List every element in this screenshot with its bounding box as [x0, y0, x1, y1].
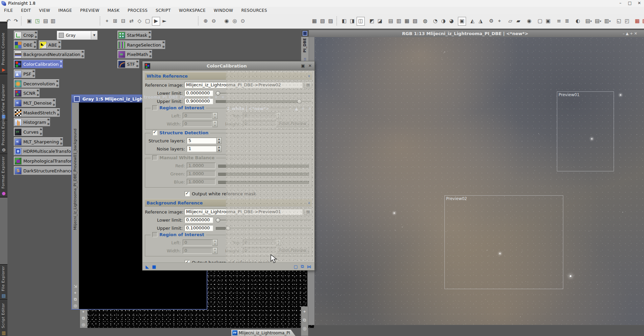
- wr-lower-limit-slider[interactable]: [216, 91, 312, 95]
- wr-from-preview-button[interactable]: From Preview: [277, 120, 309, 127]
- process-icon-maskedstretch[interactable]: MaskedStretchND: [14, 108, 60, 117]
- resize-icon[interactable]: ⇲: [74, 284, 77, 288]
- milky-way-image[interactable]: Preview01Preview02: [314, 37, 644, 325]
- stf-reset-icon[interactable]: ◪: [376, 17, 384, 25]
- screen-3-icon[interactable]: ▥▼: [604, 17, 611, 25]
- readout-data-icon[interactable]: ▦: [403, 17, 411, 25]
- menu-lines2-icon[interactable]: ≣: [563, 17, 571, 25]
- minimize-button[interactable]: –: [616, 0, 625, 7]
- wr-reference-image-field[interactable]: Mlijecni_iz_Lightrooma_PI_DBE->Preview02: [184, 82, 303, 88]
- window-cascade-icon[interactable]: ▣: [544, 17, 552, 25]
- readout-icon[interactable]: ⌖: [303, 309, 306, 314]
- br-lower-limit-field[interactable]: 0.0000000: [184, 217, 213, 223]
- rgb-tab-bottom-icons[interactable]: ⌖⧉◎: [301, 306, 308, 336]
- maximize-button[interactable]: □: [625, 0, 635, 7]
- color-management-icon[interactable]: ◍: [421, 17, 429, 25]
- wr-upper-limit-field[interactable]: 0.9000000: [184, 98, 213, 104]
- new-instance-icon[interactable]: ◣: [146, 264, 149, 269]
- br-reference-image-field[interactable]: Mlijecni_iz_Lightrooma_PI_DBE->Preview01: [184, 209, 303, 215]
- menu-lines-icon[interactable]: ≡: [555, 17, 563, 25]
- br-roi-left-field[interactable]: 0: [183, 240, 212, 246]
- process-icon-rangeselection[interactable]: RangeSelectionND: [118, 40, 165, 49]
- slider-knob[interactable]: [226, 226, 230, 230]
- target-icon[interactable]: ◎: [82, 323, 85, 327]
- process-icon-histogram[interactable]: HistogramND: [14, 118, 50, 127]
- mwb-green-slider[interactable]: [218, 171, 310, 176]
- process-icon-backgroundneutralization[interactable]: BackgroundNeutralizationND: [14, 50, 85, 59]
- wr-roi-width-field[interactable]: 0: [183, 121, 212, 127]
- screen-1-icon[interactable]: ▤▼: [585, 17, 592, 25]
- process-icon-deconvolution[interactable]: DeconvolutionND: [14, 79, 59, 88]
- slider-knob[interactable]: [216, 218, 220, 222]
- colorcalibration-dialog[interactable]: ColorCalibration ▣ ✕ trooma_PI_DBE_Pr...…: [142, 61, 315, 271]
- structure-layers-field[interactable]: 5: [187, 138, 216, 144]
- process-icon-pixelmath[interactable]: PixelMathND: [118, 50, 152, 59]
- preview-rect-preview01[interactable]: Preview01: [557, 91, 614, 171]
- iconized-window-bar[interactable]: FF Mlijecni_iz_Lightrooma_PI: [231, 330, 295, 336]
- br-from-preview-button[interactable]: From Preview: [277, 247, 309, 254]
- process-icon-curves[interactable]: CurvesND: [14, 128, 43, 136]
- spinner-icon[interactable]: ▲▼: [212, 112, 217, 119]
- dialog-close-icon[interactable]: ✕: [308, 63, 312, 68]
- window-list-icon[interactable]: ▢: [536, 17, 544, 25]
- br-roi-width-field[interactable]: 0: [183, 248, 212, 254]
- half-tone-icon[interactable]: ◐: [574, 17, 582, 25]
- workspace-b-icon[interactable]: ▰: [515, 17, 522, 25]
- white-reference-header[interactable]: White Reference «: [145, 72, 312, 80]
- spinner-icon[interactable]: ▲▼: [212, 239, 217, 246]
- screen-2-icon[interactable]: ▤▼: [594, 17, 602, 25]
- collapse-chevron-icon[interactable]: «: [306, 75, 311, 77]
- grid-icon[interactable]: ▦: [311, 17, 318, 25]
- br-roi-top-field[interactable]: 0: [243, 240, 276, 246]
- spinner-icon[interactable]: ▲▼: [276, 239, 281, 246]
- copies-icon[interactable]: ⧉: [303, 318, 306, 322]
- process-icon-colorcalibration[interactable]: ColorCalibrationND: [14, 60, 63, 68]
- metadata-icon[interactable]: ▧: [411, 17, 419, 25]
- process-icon-dbe[interactable]: DBEND: [14, 40, 37, 49]
- structure-detection-checkbox[interactable]: [152, 130, 157, 135]
- mwb-blue-slider[interactable]: [218, 179, 310, 184]
- wr-roi-checkbox[interactable]: [152, 105, 157, 110]
- wr-roi-left-field[interactable]: 0: [183, 113, 212, 119]
- mask-invert-icon[interactable]: ◕: [448, 17, 455, 25]
- mwb-red-slider[interactable]: [218, 163, 310, 168]
- monitor-icon[interactable]: ◱: [615, 17, 623, 25]
- collapse-chevron-icon[interactable]: «: [306, 201, 311, 204]
- dock-panel-script-editor[interactable]: Script Editor▥: [0, 300, 7, 336]
- compare-down-icon[interactable]: ◮: [477, 17, 484, 25]
- background-reference-header[interactable]: Background Reference «: [145, 199, 312, 206]
- process-icon-darkstructureenhance[interactable]: DarkStructureEnhanceND: [14, 166, 77, 175]
- br-upper-limit-slider[interactable]: [216, 226, 312, 230]
- manual-white-balance-checkbox[interactable]: [152, 155, 157, 160]
- dialog-title-bar[interactable]: ColorCalibration ▣ ✕: [143, 61, 314, 71]
- mask-enable-icon[interactable]: ◑: [440, 17, 447, 25]
- rgb-image-window[interactable]: RGB 1:13 Mlijecni_iz_Lightrooma_PI_DBE |…: [307, 30, 644, 325]
- wr-roi-top-field[interactable]: 0: [243, 113, 276, 119]
- target-icon[interactable]: ◎: [74, 304, 77, 308]
- spinner-icon[interactable]: ▲▼: [212, 120, 217, 127]
- rgb-window-title-bar[interactable]: RGB 1:13 Mlijecni_iz_Lightrooma_PI_DBE |…: [308, 30, 644, 37]
- mwb-blue-field[interactable]: 1.0000: [187, 179, 215, 185]
- guides-icon[interactable]: ▨: [327, 17, 334, 25]
- slider-knob[interactable]: [216, 91, 220, 95]
- process-icon-crop[interactable]: CropND: [14, 31, 38, 39]
- br-roi-height-field[interactable]: 0: [243, 248, 276, 254]
- wr-lower-limit-field[interactable]: 0.0000000: [184, 90, 213, 96]
- rgb-window-buttons[interactable]: – ▲ + ✕: [623, 31, 644, 36]
- split-v-icon[interactable]: ◨: [349, 17, 356, 25]
- slider-knob[interactable]: [297, 99, 302, 104]
- dock-panel-file-explorer[interactable]: File Explorer▤: [0, 265, 7, 300]
- process-icon-psf[interactable]: PSFND: [14, 69, 35, 78]
- monitor2-icon[interactable]: ◰: [623, 17, 631, 25]
- readout-probe-icon[interactable]: ⌖: [496, 17, 503, 25]
- screen-stretch-icon[interactable]: ◫: [357, 17, 365, 26]
- preview-rect-preview02[interactable]: Preview02: [444, 195, 563, 289]
- process-icon-starmask[interactable]: StarMaskND: [118, 31, 152, 39]
- process-icon-mlt_sharpening[interactable]: MLT_SharpeningND: [14, 137, 63, 146]
- output-white-mask-checkbox[interactable]: [185, 191, 190, 196]
- mask-show-icon[interactable]: ◔: [432, 17, 439, 25]
- readout-icon[interactable]: ⌖: [82, 310, 85, 314]
- copies-icon[interactable]: ⧉: [74, 297, 77, 301]
- gray-window-selector-tab[interactable]: Mlijecni_iz_Lightrooma_PI_DBE_Preview01_…: [72, 103, 79, 309]
- wr-upper-limit-slider[interactable]: [216, 99, 312, 104]
